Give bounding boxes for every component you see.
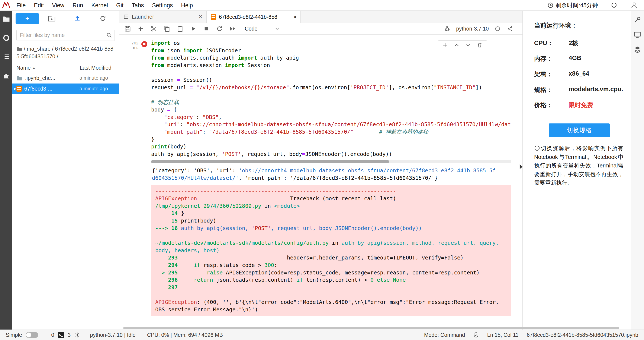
breadcrumb-path: / ma_share / 67f8ecd2-e8f2-441b-8585-5fd… [16, 46, 114, 60]
column-name[interactable]: Name▲ [12, 65, 76, 71]
status-bar-right: Mode: Command Ln 15, Col 11 67f8ecd3-e8f… [424, 332, 638, 338]
right-toolbar-strip [631, 11, 644, 329]
remaining-time-label: 剩余时间:45分钟 [556, 2, 598, 9]
insert-cell-button[interactable] [442, 42, 449, 49]
run-all-button[interactable] [229, 25, 236, 32]
power-button[interactable] [604, 0, 624, 11]
save-button[interactable] [124, 25, 131, 32]
move-cell-down-button[interactable] [465, 42, 472, 49]
restart-kernel-button[interactable] [216, 25, 223, 32]
command-mode-indicator[interactable]: Mode: Command [424, 332, 465, 338]
file-row-notebook[interactable]: 67f8ecd3-... a minute ago [12, 84, 119, 94]
share-button[interactable] [506, 25, 514, 32]
simple-mode-toggle[interactable] [26, 332, 38, 338]
debug-button[interactable] [444, 25, 451, 32]
modelarts-logo [0, 2, 12, 9]
run-cell-button[interactable] [190, 25, 197, 32]
filter-files-input[interactable] [20, 32, 106, 38]
running-circle-icon [2, 34, 10, 42]
folder-icon [2, 16, 10, 22]
sessions-group[interactable]: 0 $_ 3 [51, 332, 80, 338]
stop-kernel-button[interactable] [203, 25, 210, 32]
code-editor[interactable]: import osfrom json import JSONEncoderfro… [151, 40, 511, 158]
menu-item-help[interactable]: Help [177, 0, 197, 11]
save-icon [124, 26, 131, 32]
cell-type-dropdown[interactable]: Code [245, 26, 280, 32]
running-sessions-button[interactable] [2, 34, 10, 42]
switch-flavor-button[interactable]: 切换规格 [549, 123, 610, 137]
user-button[interactable] [624, 0, 644, 11]
resource-monitor-button[interactable] [633, 31, 642, 39]
gallery-cases-button[interactable] [633, 45, 642, 54]
upload-icon [74, 15, 81, 22]
environment-title: 当前运行环境： [534, 21, 624, 30]
spec-row-price: 价格： 限时免费 [534, 101, 624, 110]
kernel-idle-circle-icon [495, 26, 500, 32]
right-panel-collapse-handle[interactable] [519, 161, 524, 172]
code-cell: 702 ms import osfrom json import JSONEnc… [119, 40, 522, 158]
page-horizontal-scrollbar[interactable] [123, 327, 620, 329]
main-row: + / ma_share / 67f8ecd2-e8f2-441b-8585-5… [0, 11, 644, 329]
menu-item-view[interactable]: View [48, 0, 68, 11]
spec-row-flavor: 规格： modelarts.vm.cpu. [534, 86, 624, 94]
refresh-button[interactable] [90, 13, 116, 24]
menu-item-tabs[interactable]: Tabs [128, 0, 148, 11]
file-modified: a minute ago [76, 75, 119, 81]
cell-error-status-icon[interactable] [142, 41, 148, 47]
table-of-contents-button[interactable] [2, 53, 10, 61]
simple-mode-label: Simple [6, 332, 22, 338]
menu-item-settings[interactable]: Settings [148, 0, 177, 11]
new-launcher-button[interactable]: + [16, 13, 39, 24]
upload-button[interactable] [64, 13, 90, 24]
notebook-toolbar: Code python-3.7.10 [119, 23, 522, 35]
chevron-up-icon [454, 42, 460, 48]
status-bar: Simple 0 $_ 3 python-3.7.10 | Idle CPU: … [0, 329, 644, 340]
menu-item-run[interactable]: Run [68, 0, 87, 11]
menu-item-edit[interactable]: Edit [30, 0, 48, 11]
file-modified: a minute ago [76, 86, 119, 92]
tab-launcher[interactable]: Launcher × [119, 11, 207, 23]
code-horizontal-scrollbar[interactable] [151, 160, 511, 163]
files-tab-button[interactable] [2, 15, 10, 23]
kernel-status[interactable]: python-3.7.10 | Idle [90, 332, 136, 338]
delete-cell-button[interactable] [476, 42, 483, 49]
kernel-running-dot [14, 88, 16, 90]
price-free-badge: 限时免费 [569, 101, 594, 110]
home-folder-icon [16, 47, 22, 52]
plus-icon [137, 26, 144, 32]
environment-panel: 当前运行环境： CPU： 2核 内存： 4GB 架构： x86_64 规格： m… [522, 11, 631, 329]
sort-asc-icon: ▲ [32, 66, 36, 70]
cursor-position[interactable]: Ln 15, Col 11 [487, 332, 518, 338]
breadcrumb[interactable]: / ma_share / 67f8ecd2-e8f2-441b-8585-5fd… [16, 45, 115, 60]
instance-settings-button[interactable] [633, 16, 642, 24]
unsaved-dot-icon[interactable]: ● [294, 15, 296, 19]
kernel-status-indicator[interactable] [494, 25, 501, 32]
divider [534, 117, 624, 117]
paste-cell-button[interactable] [176, 25, 184, 32]
current-filename: 67f8ecd3-e8f2-441b-8585-5fd604351570.ipy… [527, 332, 638, 338]
extensions-button[interactable] [2, 72, 10, 80]
move-cell-up-button[interactable] [453, 42, 460, 49]
add-cell-button[interactable] [137, 25, 144, 32]
menu-item-git[interactable]: Git [112, 0, 128, 11]
menu-item-kernel[interactable]: Kernel [87, 0, 112, 11]
copy-cell-button[interactable] [163, 25, 170, 32]
file-name: .ipynb_che... [25, 75, 55, 81]
menu-item-file[interactable]: File [12, 0, 30, 11]
terminal-icon: $_ [58, 332, 64, 338]
tab-notebook[interactable]: 67f8ecd3-e8f2-441b-858 ● [207, 11, 301, 23]
spec-row-arch: 架构： x86_64 [534, 70, 624, 79]
new-folder-button[interactable] [39, 13, 64, 24]
column-last-modified[interactable]: Last Modified [76, 65, 119, 71]
scrollbar-thumb[interactable] [151, 160, 389, 163]
cut-cell-button[interactable] [150, 25, 157, 32]
kernel-name[interactable]: python-3.7.10 [456, 26, 489, 32]
remaining-time: 剩余时间:45分钟 [542, 2, 604, 9]
bug-icon [444, 26, 450, 32]
launcher-icon [123, 14, 129, 20]
close-tab-icon[interactable]: × [199, 14, 202, 20]
file-row-checkpoints[interactable]: .ipynb_che... a minute ago [12, 73, 119, 84]
share-icon [507, 26, 513, 32]
terminals-count: 0 [51, 332, 54, 338]
stop-icon [203, 26, 210, 32]
